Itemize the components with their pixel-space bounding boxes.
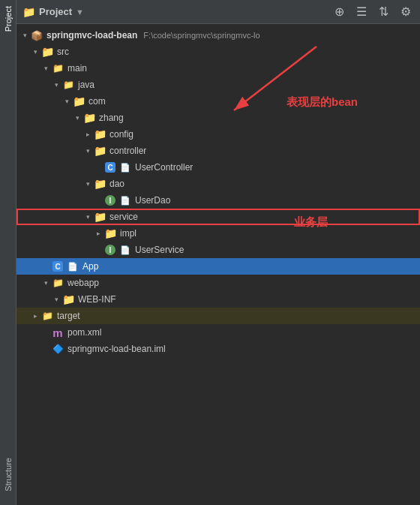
folder-icon-dao: 📁 — [93, 177, 106, 191]
tree-item-config[interactable]: 📁 config — [16, 126, 420, 143]
tree-item-userdao[interactable]: I 📄 UserDao — [16, 192, 420, 209]
expand-arrow-config[interactable] — [82, 131, 93, 138]
folder-icon-service: 📁 — [93, 210, 106, 224]
pom-label: pom.xml — [68, 327, 101, 338]
folder-icon-com: 📁 — [72, 95, 86, 108]
folder-icon-webinf: 📁 — [62, 293, 75, 306]
main-panel: 📁 Project ▼ ⊕ ☰ ⇅ ⚙ 📦 springmvc-load-bea… — [16, 0, 420, 505]
settings-button[interactable]: ⚙ — [398, 3, 414, 20]
folder-icon-config: 📁 — [93, 128, 106, 141]
target-label: target — [57, 311, 80, 321]
expand-arrow-zhang[interactable] — [72, 114, 82, 122]
folder-icon-java: 📁 — [62, 78, 75, 92]
file-icon-app: 📄 — [66, 260, 80, 273]
toolbar-title-text: Project — [39, 6, 72, 17]
class-icon-app: C — [51, 260, 64, 273]
tree-item-webapp[interactable]: 📁 webapp — [16, 275, 420, 291]
tree-item-iml[interactable]: 🔷 springmvc-load-bean.iml — [16, 341, 420, 357]
tree-item-main[interactable]: 📁 main — [16, 60, 420, 77]
expand-arrow-dao[interactable] — [82, 180, 93, 188]
pom-icon: m — [51, 326, 64, 339]
config-label: config — [110, 129, 134, 140]
add-button[interactable]: ⊕ — [332, 3, 347, 20]
root-path: F:\code\springmvc\springmvc-lo — [143, 31, 260, 40]
service-label: service — [110, 212, 138, 222]
toolbar: 📁 Project ▼ ⊕ ☰ ⇅ ⚙ — [16, 0, 420, 24]
expand-arrow-target[interactable] — [30, 312, 40, 320]
controller-label: controller — [110, 146, 146, 156]
tree-item-dao[interactable]: 📁 dao — [16, 176, 420, 192]
tree-item-service[interactable]: 📁 service — [16, 209, 420, 225]
iml-label: springmvc-load-bean.iml — [68, 344, 166, 354]
webinf-label: WEB-INF — [78, 294, 116, 305]
impl-label: impl — [120, 228, 136, 239]
tree-item-controller[interactable]: 📁 controller — [16, 143, 420, 159]
toolbar-dropdown-arrow[interactable]: ▼ — [76, 8, 84, 17]
tree-item-target[interactable]: 📁 target — [16, 308, 420, 324]
toolbar-actions: ⊕ ☰ ⇅ ⚙ — [332, 3, 414, 20]
align-button[interactable]: ☰ — [353, 3, 370, 20]
tree-panel: 📦 springmvc-load-bean F:\code\springmvc\… — [16, 24, 420, 505]
src-label: src — [57, 47, 69, 57]
root-label: springmvc-load-bean — [46, 30, 137, 41]
file-icon-usercontroller: 📄 — [118, 161, 132, 174]
userservice-label: UserService — [135, 245, 184, 255]
collapse-button[interactable]: ⇅ — [376, 3, 392, 20]
expand-arrow-com[interactable] — [62, 98, 72, 105]
webapp-label: webapp — [68, 278, 99, 288]
module-icon: 📦 — [30, 29, 44, 42]
tree-item-usercontroller[interactable]: C 📄 UserController — [16, 159, 420, 176]
tree-item-com[interactable]: 📁 com — [16, 93, 420, 110]
tree-item-pom[interactable]: m pom.xml — [16, 324, 420, 341]
expand-arrow-controller[interactable] — [82, 147, 93, 155]
folder-icon-webapp: 📁 — [51, 276, 64, 290]
class-icon-usercontroller: C — [104, 161, 117, 174]
expand-arrow-src[interactable] — [30, 48, 40, 56]
project-tab[interactable]: Project — [2, 0, 15, 38]
expand-arrow-root[interactable] — [20, 32, 30, 39]
tree-item-zhang[interactable]: 📁 zhang — [16, 110, 420, 126]
tree-item-userservice[interactable]: I 📄 UserService — [16, 242, 420, 258]
file-icon-userdao: 📄 — [118, 194, 132, 207]
structure-tab[interactable]: Structure — [2, 452, 15, 497]
folder-icon-zhang: 📁 — [82, 111, 96, 125]
app-label: App — [82, 261, 98, 272]
expand-arrow-service[interactable] — [82, 213, 93, 221]
tree-item-src[interactable]: 📁 src — [16, 44, 420, 60]
interface-icon-userdao: I — [104, 194, 117, 207]
com-label: com — [88, 96, 106, 107]
tree-item-java[interactable]: 📁 java — [16, 77, 420, 93]
tree-item-webinf[interactable]: 📁 WEB-INF — [16, 291, 420, 308]
folder-icon: 📁 — [22, 6, 35, 18]
tree-item-app[interactable]: C 📄 App — [16, 258, 420, 275]
zhang-label: zhang — [99, 113, 124, 123]
folder-icon-impl: 📁 — [104, 227, 117, 240]
folder-icon-target: 📁 — [40, 309, 54, 323]
folder-icon-controller: 📁 — [93, 144, 106, 158]
expand-arrow-webapp[interactable] — [40, 279, 51, 287]
folder-icon-main: 📁 — [51, 62, 64, 75]
usercontroller-label: UserController — [135, 162, 193, 173]
interface-icon-userservice: I — [104, 243, 117, 257]
side-tab-panel: Project Structure — [0, 0, 16, 505]
file-icon-userservice: 📄 — [118, 243, 132, 257]
tree-item-root[interactable]: 📦 springmvc-load-bean F:\code\springmvc\… — [16, 27, 420, 44]
folder-icon-src: 📁 — [40, 45, 54, 59]
userdao-label: UserDao — [135, 195, 170, 206]
iml-icon: 🔷 — [51, 342, 64, 356]
tree-item-impl[interactable]: 📁 impl — [16, 225, 420, 242]
dao-label: dao — [110, 179, 124, 189]
expand-arrow-impl[interactable] — [93, 230, 104, 237]
java-label: java — [78, 80, 94, 90]
expand-arrow-webinf[interactable] — [51, 296, 62, 303]
toolbar-title: 📁 Project ▼ — [22, 6, 327, 18]
expand-arrow-java[interactable] — [51, 81, 62, 89]
main-label: main — [68, 63, 87, 74]
expand-arrow-main[interactable] — [40, 65, 51, 72]
